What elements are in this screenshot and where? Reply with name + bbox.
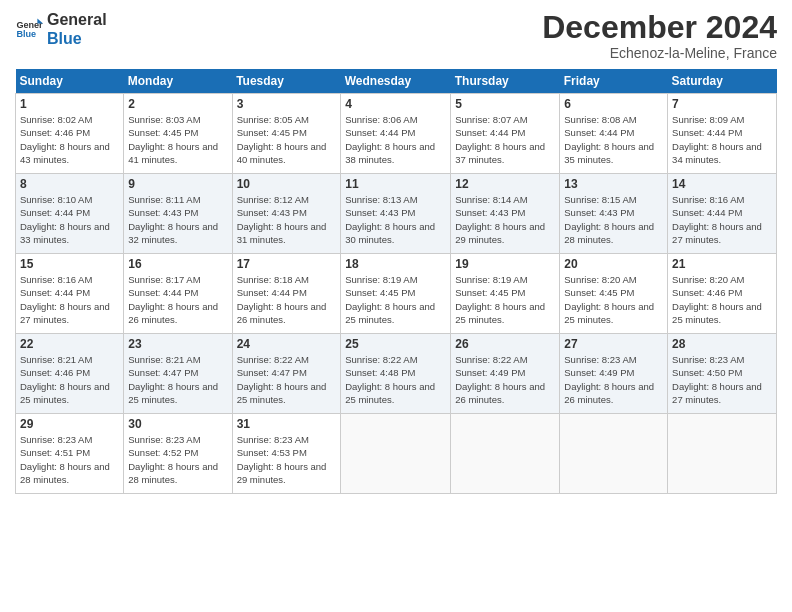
day-number: 11 bbox=[345, 177, 446, 191]
day-cell: 3 Sunrise: 8:05 AMSunset: 4:45 PMDayligh… bbox=[232, 94, 341, 174]
day-number: 31 bbox=[237, 417, 337, 431]
day-number: 7 bbox=[672, 97, 772, 111]
day-detail: Sunrise: 8:23 AMSunset: 4:51 PMDaylight:… bbox=[20, 434, 110, 485]
title-area: December 2024 Echenoz-la-Meline, France bbox=[542, 10, 777, 61]
day-number: 2 bbox=[128, 97, 227, 111]
day-detail: Sunrise: 8:18 AMSunset: 4:44 PMDaylight:… bbox=[237, 274, 327, 325]
week-row-1: 1 Sunrise: 8:02 AMSunset: 4:46 PMDayligh… bbox=[16, 94, 777, 174]
col-header-saturday: Saturday bbox=[668, 69, 777, 94]
day-cell: 25 Sunrise: 8:22 AMSunset: 4:48 PMDaylig… bbox=[341, 334, 451, 414]
col-header-thursday: Thursday bbox=[451, 69, 560, 94]
day-detail: Sunrise: 8:22 AMSunset: 4:47 PMDaylight:… bbox=[237, 354, 327, 405]
day-cell bbox=[341, 414, 451, 494]
col-header-sunday: Sunday bbox=[16, 69, 124, 94]
day-number: 1 bbox=[20, 97, 119, 111]
day-number: 10 bbox=[237, 177, 337, 191]
col-header-tuesday: Tuesday bbox=[232, 69, 341, 94]
day-number: 12 bbox=[455, 177, 555, 191]
day-cell bbox=[451, 414, 560, 494]
day-cell bbox=[560, 414, 668, 494]
day-number: 5 bbox=[455, 97, 555, 111]
day-number: 17 bbox=[237, 257, 337, 271]
day-number: 26 bbox=[455, 337, 555, 351]
day-number: 24 bbox=[237, 337, 337, 351]
day-cell: 26 Sunrise: 8:22 AMSunset: 4:49 PMDaylig… bbox=[451, 334, 560, 414]
main-container: General Blue General Blue December 2024 … bbox=[0, 0, 792, 504]
logo-line2: Blue bbox=[47, 29, 107, 48]
day-number: 30 bbox=[128, 417, 227, 431]
day-detail: Sunrise: 8:23 AMSunset: 4:49 PMDaylight:… bbox=[564, 354, 654, 405]
day-detail: Sunrise: 8:16 AMSunset: 4:44 PMDaylight:… bbox=[672, 194, 762, 245]
day-detail: Sunrise: 8:07 AMSunset: 4:44 PMDaylight:… bbox=[455, 114, 545, 165]
day-number: 8 bbox=[20, 177, 119, 191]
svg-text:Blue: Blue bbox=[16, 30, 36, 40]
week-row-2: 8 Sunrise: 8:10 AMSunset: 4:44 PMDayligh… bbox=[16, 174, 777, 254]
logo: General Blue General Blue bbox=[15, 10, 107, 48]
day-cell: 29 Sunrise: 8:23 AMSunset: 4:51 PMDaylig… bbox=[16, 414, 124, 494]
day-cell bbox=[668, 414, 777, 494]
day-cell: 5 Sunrise: 8:07 AMSunset: 4:44 PMDayligh… bbox=[451, 94, 560, 174]
day-cell: 18 Sunrise: 8:19 AMSunset: 4:45 PMDaylig… bbox=[341, 254, 451, 334]
day-detail: Sunrise: 8:21 AMSunset: 4:47 PMDaylight:… bbox=[128, 354, 218, 405]
day-detail: Sunrise: 8:19 AMSunset: 4:45 PMDaylight:… bbox=[345, 274, 435, 325]
day-detail: Sunrise: 8:09 AMSunset: 4:44 PMDaylight:… bbox=[672, 114, 762, 165]
day-cell: 30 Sunrise: 8:23 AMSunset: 4:52 PMDaylig… bbox=[124, 414, 232, 494]
col-header-wednesday: Wednesday bbox=[341, 69, 451, 94]
day-cell: 21 Sunrise: 8:20 AMSunset: 4:46 PMDaylig… bbox=[668, 254, 777, 334]
col-header-friday: Friday bbox=[560, 69, 668, 94]
day-detail: Sunrise: 8:10 AMSunset: 4:44 PMDaylight:… bbox=[20, 194, 110, 245]
day-number: 25 bbox=[345, 337, 446, 351]
calendar-table: SundayMondayTuesdayWednesdayThursdayFrid… bbox=[15, 69, 777, 494]
day-detail: Sunrise: 8:20 AMSunset: 4:45 PMDaylight:… bbox=[564, 274, 654, 325]
month-title: December 2024 bbox=[542, 10, 777, 45]
logo-line1: General bbox=[47, 10, 107, 29]
col-header-monday: Monday bbox=[124, 69, 232, 94]
day-detail: Sunrise: 8:11 AMSunset: 4:43 PMDaylight:… bbox=[128, 194, 218, 245]
day-number: 29 bbox=[20, 417, 119, 431]
day-detail: Sunrise: 8:17 AMSunset: 4:44 PMDaylight:… bbox=[128, 274, 218, 325]
day-detail: Sunrise: 8:23 AMSunset: 4:53 PMDaylight:… bbox=[237, 434, 327, 485]
day-detail: Sunrise: 8:20 AMSunset: 4:46 PMDaylight:… bbox=[672, 274, 762, 325]
day-number: 22 bbox=[20, 337, 119, 351]
day-number: 18 bbox=[345, 257, 446, 271]
day-cell: 7 Sunrise: 8:09 AMSunset: 4:44 PMDayligh… bbox=[668, 94, 777, 174]
day-cell: 23 Sunrise: 8:21 AMSunset: 4:47 PMDaylig… bbox=[124, 334, 232, 414]
day-detail: Sunrise: 8:19 AMSunset: 4:45 PMDaylight:… bbox=[455, 274, 545, 325]
week-row-4: 22 Sunrise: 8:21 AMSunset: 4:46 PMDaylig… bbox=[16, 334, 777, 414]
day-detail: Sunrise: 8:15 AMSunset: 4:43 PMDaylight:… bbox=[564, 194, 654, 245]
day-detail: Sunrise: 8:06 AMSunset: 4:44 PMDaylight:… bbox=[345, 114, 435, 165]
day-detail: Sunrise: 8:22 AMSunset: 4:49 PMDaylight:… bbox=[455, 354, 545, 405]
day-detail: Sunrise: 8:03 AMSunset: 4:45 PMDaylight:… bbox=[128, 114, 218, 165]
day-detail: Sunrise: 8:16 AMSunset: 4:44 PMDaylight:… bbox=[20, 274, 110, 325]
header-row: SundayMondayTuesdayWednesdayThursdayFrid… bbox=[16, 69, 777, 94]
day-number: 21 bbox=[672, 257, 772, 271]
day-number: 23 bbox=[128, 337, 227, 351]
day-cell: 8 Sunrise: 8:10 AMSunset: 4:44 PMDayligh… bbox=[16, 174, 124, 254]
day-cell: 15 Sunrise: 8:16 AMSunset: 4:44 PMDaylig… bbox=[16, 254, 124, 334]
header: General Blue General Blue December 2024 … bbox=[15, 10, 777, 61]
day-detail: Sunrise: 8:05 AMSunset: 4:45 PMDaylight:… bbox=[237, 114, 327, 165]
day-cell: 13 Sunrise: 8:15 AMSunset: 4:43 PMDaylig… bbox=[560, 174, 668, 254]
day-cell: 10 Sunrise: 8:12 AMSunset: 4:43 PMDaylig… bbox=[232, 174, 341, 254]
day-cell: 24 Sunrise: 8:22 AMSunset: 4:47 PMDaylig… bbox=[232, 334, 341, 414]
day-cell: 22 Sunrise: 8:21 AMSunset: 4:46 PMDaylig… bbox=[16, 334, 124, 414]
day-cell: 31 Sunrise: 8:23 AMSunset: 4:53 PMDaylig… bbox=[232, 414, 341, 494]
day-number: 15 bbox=[20, 257, 119, 271]
day-number: 20 bbox=[564, 257, 663, 271]
day-cell: 1 Sunrise: 8:02 AMSunset: 4:46 PMDayligh… bbox=[16, 94, 124, 174]
day-number: 4 bbox=[345, 97, 446, 111]
day-detail: Sunrise: 8:08 AMSunset: 4:44 PMDaylight:… bbox=[564, 114, 654, 165]
day-number: 27 bbox=[564, 337, 663, 351]
subtitle: Echenoz-la-Meline, France bbox=[542, 45, 777, 61]
day-number: 16 bbox=[128, 257, 227, 271]
day-cell: 27 Sunrise: 8:23 AMSunset: 4:49 PMDaylig… bbox=[560, 334, 668, 414]
day-cell: 2 Sunrise: 8:03 AMSunset: 4:45 PMDayligh… bbox=[124, 94, 232, 174]
day-cell: 4 Sunrise: 8:06 AMSunset: 4:44 PMDayligh… bbox=[341, 94, 451, 174]
day-cell: 17 Sunrise: 8:18 AMSunset: 4:44 PMDaylig… bbox=[232, 254, 341, 334]
day-number: 9 bbox=[128, 177, 227, 191]
day-detail: Sunrise: 8:14 AMSunset: 4:43 PMDaylight:… bbox=[455, 194, 545, 245]
day-detail: Sunrise: 8:12 AMSunset: 4:43 PMDaylight:… bbox=[237, 194, 327, 245]
day-detail: Sunrise: 8:23 AMSunset: 4:52 PMDaylight:… bbox=[128, 434, 218, 485]
day-number: 28 bbox=[672, 337, 772, 351]
day-number: 14 bbox=[672, 177, 772, 191]
